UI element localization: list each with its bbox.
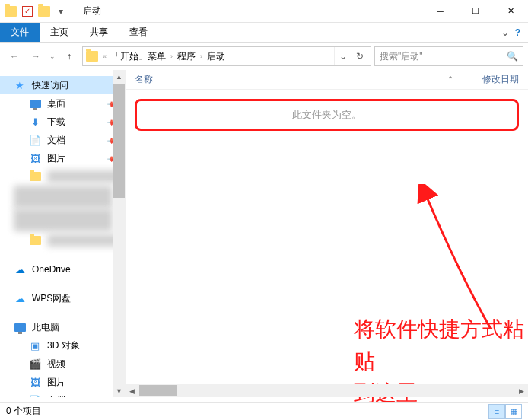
nav-3d-objects[interactable]: ▣ 3D 对象 — [0, 336, 125, 355]
scrollbar-thumb[interactable] — [139, 385, 177, 396]
minimize-button[interactable]: ─ — [423, 0, 458, 23]
nav-back-button[interactable]: ← — [5, 46, 24, 66]
pictures-icon: 🖼 — [29, 376, 41, 388]
onedrive-icon: ☁ — [14, 263, 26, 275]
horizontal-scrollbar[interactable]: ◀ ▶ — [126, 384, 528, 397]
nav-label: 此电脑 — [32, 321, 59, 334]
videos-icon: 🎬 — [29, 358, 41, 370]
tab-view[interactable]: 查看 — [119, 23, 158, 42]
scrollbar-thumb[interactable] — [113, 84, 125, 198]
nav-label: 快速访问 — [32, 79, 68, 92]
close-button[interactable]: ✕ — [493, 0, 528, 23]
documents-icon: 📄 — [29, 134, 41, 146]
column-date[interactable]: 修改日期 — [458, 73, 519, 86]
content-area: 名称 ⌃ 修改日期 此文件夹为空。 将软件快捷方式粘贴 到这里 ◀ ▶ — [126, 70, 528, 397]
column-header-row: 名称 ⌃ 修改日期 — [126, 70, 528, 90]
help-icon[interactable]: ? — [515, 27, 520, 38]
nav-history-dropdown[interactable]: ⌄ — [47, 46, 58, 66]
address-folder-icon — [86, 51, 98, 62]
nav-label: 下载 — [47, 116, 65, 129]
scroll-right-icon[interactable]: ▶ — [515, 384, 528, 397]
nav-vertical-scrollbar[interactable]: ▲ ▼ — [113, 70, 126, 397]
address-row: ← → ⌄ ↑ « 「开始」菜单 › 程序 › 启动 ⌄ ↻ 搜索"启动" 🔍 — [0, 43, 528, 70]
view-details-button[interactable]: ≡ — [488, 404, 505, 419]
nav-downloads[interactable]: ⬇ 下载 📌 — [0, 113, 125, 131]
refresh-button[interactable]: ↻ — [351, 47, 367, 65]
wps-cloud-icon: ☁ — [14, 292, 26, 304]
chevron-right-icon[interactable]: › — [167, 52, 176, 60]
documents-icon: 📄 — [29, 394, 41, 397]
titlebar: ✓ ▾ 启动 ─ ☐ ✕ — [0, 0, 528, 23]
nav-blurred-item[interactable] — [0, 231, 125, 250]
crumb-1[interactable]: 「开始」菜单 — [111, 50, 166, 63]
nav-blurred-item[interactable] — [14, 186, 113, 208]
nav-label: 3D 对象 — [47, 339, 80, 352]
nav-quick-access[interactable]: ★ 快速访问 — [0, 76, 125, 94]
nav-desktop[interactable]: 桌面 📌 — [0, 94, 125, 113]
pictures-icon: 🖼 — [29, 152, 41, 164]
nav-label: 桌面 — [47, 97, 65, 110]
maximize-button[interactable]: ☐ — [458, 0, 493, 23]
nav-onedrive[interactable]: ☁ OneDrive — [0, 260, 125, 278]
scroll-left-icon[interactable]: ◀ — [126, 384, 138, 397]
crumb-3[interactable]: 启动 — [207, 50, 225, 63]
scroll-up-icon[interactable]: ▲ — [113, 70, 126, 83]
crumb-2[interactable]: 程序 — [177, 50, 196, 63]
empty-folder-message: 此文件夹为空。 — [292, 108, 361, 122]
nav-wps[interactable]: ☁ WPS网盘 — [0, 289, 125, 307]
nav-pictures[interactable]: 🖼 图片 📌 — [0, 149, 125, 167]
nav-blurred-item[interactable] — [14, 208, 113, 231]
thispc-icon — [14, 321, 26, 333]
star-icon: ★ — [14, 79, 26, 91]
nav-videos[interactable]: 🎬 视频 — [0, 355, 125, 373]
nav-pictures-2[interactable]: 🖼 图片 — [0, 373, 125, 391]
nav-label: OneDrive — [32, 264, 71, 275]
tab-file[interactable]: 文件 — [0, 23, 40, 42]
3d-objects-icon: ▣ — [29, 339, 41, 352]
nav-documents[interactable]: 📄 文档 📌 — [0, 131, 125, 149]
address-dropdown-icon[interactable]: ⌄ — [334, 47, 351, 65]
nav-label: 文档 — [47, 134, 65, 147]
navigation-pane: ★ 快速访问 桌面 📌 ⬇ 下载 📌 📄 文档 📌 🖼 图片 📌 — [0, 70, 126, 397]
search-placeholder: 搜索"启动" — [380, 50, 423, 63]
status-item-count: 0 个项目 — [6, 405, 41, 418]
nav-thispc[interactable]: 此电脑 — [0, 318, 125, 336]
sort-indicator-icon[interactable]: ⌃ — [443, 75, 458, 85]
tab-home[interactable]: 主页 — [40, 23, 79, 42]
nav-up-button[interactable]: ↑ — [59, 46, 79, 66]
empty-folder-highlight: 此文件夹为空。 — [135, 99, 519, 131]
status-bar: 0 个项目 ≡ ▦ — [0, 402, 528, 420]
search-icon[interactable]: 🔍 — [507, 51, 518, 62]
save-checkbox-icon[interactable]: ✓ — [21, 5, 33, 18]
folder-qat-icon[interactable] — [38, 5, 50, 18]
nav-label: WPS网盘 — [32, 292, 71, 305]
tab-share[interactable]: 共享 — [79, 23, 119, 42]
chevron-right-icon[interactable]: › — [197, 52, 205, 60]
window-title: 启动 — [83, 5, 101, 18]
nav-documents-2[interactable]: 📄 文档 — [0, 391, 125, 397]
downloads-icon: ⬇ — [29, 116, 41, 128]
ribbon: 文件 主页 共享 查看 ⌄ ? — [0, 23, 528, 43]
nav-forward-button: → — [26, 46, 46, 66]
nav-label: 图片 — [47, 376, 65, 389]
scroll-down-icon[interactable]: ▼ — [113, 384, 126, 397]
annotation-line-1: 将软件快捷方式粘贴 — [354, 313, 528, 377]
nav-label: 文档 — [47, 394, 65, 398]
ribbon-expand-icon[interactable]: ⌄ — [501, 27, 509, 38]
nav-label: 视频 — [47, 358, 65, 371]
nav-label: 图片 — [47, 152, 65, 165]
search-input[interactable]: 搜索"启动" 🔍 — [374, 46, 523, 66]
folder-app-icon — [5, 5, 17, 18]
qat-dropdown-icon[interactable]: ▾ — [55, 5, 67, 18]
nav-blurred-item[interactable] — [0, 167, 125, 186]
crumb-root-chevron[interactable]: « — [100, 52, 110, 60]
column-name[interactable]: 名称 — [135, 73, 443, 86]
desktop-icon — [29, 97, 41, 110]
address-bar[interactable]: « 「开始」菜单 › 程序 › 启动 ⌄ ↻ — [82, 46, 371, 66]
view-largeicons-button[interactable]: ▦ — [505, 404, 522, 419]
